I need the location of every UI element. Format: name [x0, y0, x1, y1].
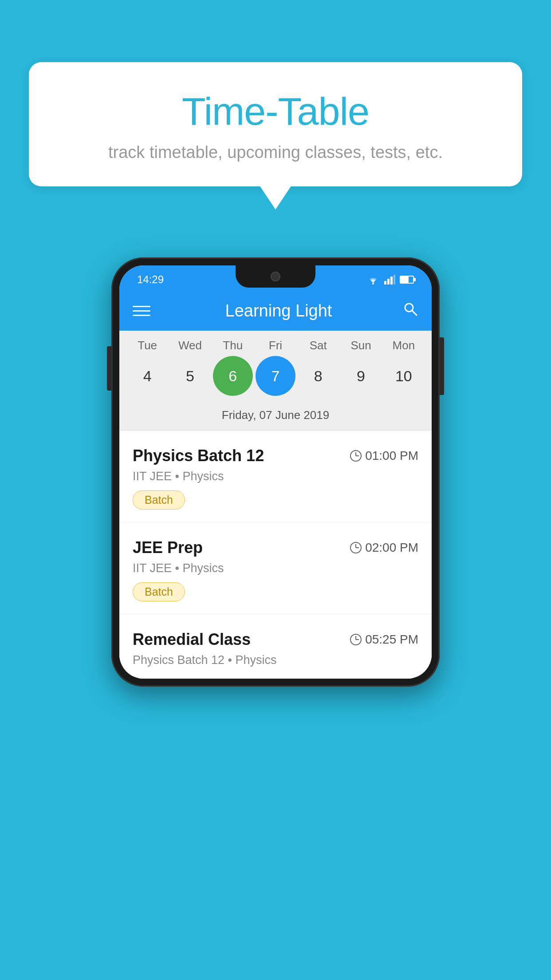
day-header-fri: Fri [256, 339, 295, 352]
app-header-title: Learning Light [155, 301, 402, 320]
day-8[interactable]: 8 [298, 356, 338, 396]
schedule-item-2[interactable]: JEE Prep 02:00 PM IIT JEE • Physics Batc… [119, 522, 432, 614]
schedule-item-2-title: JEE Prep [133, 538, 203, 557]
svg-rect-3 [390, 277, 393, 285]
schedule-item-3[interactable]: Remedial Class 05:25 PM Physics Batch 12… [119, 614, 432, 679]
schedule-item-3-header: Remedial Class 05:25 PM [133, 630, 418, 649]
schedule-item-2-time: 02:00 PM [350, 541, 418, 555]
app-title-heading: Time-Table [51, 89, 500, 134]
day-header-thu: Thu [213, 339, 253, 352]
clock-icon-1 [350, 450, 362, 462]
search-button[interactable] [402, 301, 418, 321]
wifi-icon [366, 275, 380, 285]
calendar-strip: Tue Wed Thu Fri Sat Sun Mon 4 5 6 7 8 9 … [119, 331, 432, 431]
schedule-item-1-header: Physics Batch 12 01:00 PM [133, 447, 418, 465]
status-time: 14:29 [137, 273, 164, 286]
svg-rect-4 [394, 275, 395, 285]
phone-screen: 14:29 [119, 265, 432, 679]
schedule-item-2-subtitle: IIT JEE • Physics [133, 561, 418, 575]
day-header-wed: Wed [170, 339, 210, 352]
day-headers: Tue Wed Thu Fri Sat Sun Mon [119, 339, 432, 352]
day-4[interactable]: 4 [127, 356, 167, 396]
day-header-sat: Sat [298, 339, 338, 352]
day-5[interactable]: 5 [170, 356, 210, 396]
day-numbers: 4 5 6 7 8 9 10 [119, 352, 432, 404]
svg-point-0 [372, 283, 374, 285]
svg-rect-1 [384, 281, 386, 285]
schedule-item-3-time-text: 05:25 PM [365, 632, 418, 647]
schedule-item-1-time-text: 01:00 PM [365, 449, 418, 463]
schedule-item-3-title: Remedial Class [133, 630, 251, 649]
speech-bubble-container: Time-Table track timetable, upcoming cla… [29, 62, 522, 186]
speech-bubble: Time-Table track timetable, upcoming cla… [29, 62, 522, 186]
phone-frame: 14:29 [111, 257, 440, 687]
clock-icon-2 [350, 542, 362, 553]
schedule-item-1-subtitle: IIT JEE • Physics [133, 470, 418, 483]
svg-rect-2 [387, 279, 390, 285]
menu-icon[interactable] [133, 306, 150, 316]
day-header-sun: Sun [341, 339, 381, 352]
clock-icon-3 [350, 634, 362, 645]
app-header: Learning Light [119, 291, 432, 331]
schedule-item-3-subtitle: Physics Batch 12 • Physics [133, 653, 418, 667]
schedule-item-2-tag: Batch [133, 582, 185, 601]
schedule-item-2-time-text: 02:00 PM [365, 541, 418, 555]
schedule-item-2-header: JEE Prep 02:00 PM [133, 538, 418, 557]
svg-line-6 [412, 311, 417, 315]
app-subtitle: track timetable, upcoming classes, tests… [51, 143, 500, 162]
signal-icon [384, 275, 395, 285]
camera-dot [271, 272, 280, 281]
schedule-item-1-title: Physics Batch 12 [133, 447, 264, 465]
day-header-tue: Tue [127, 339, 167, 352]
day-9[interactable]: 9 [341, 356, 381, 396]
schedule-item-3-time: 05:25 PM [350, 632, 418, 647]
battery-icon [400, 276, 414, 284]
status-icons [366, 275, 414, 285]
day-header-mon: Mon [384, 339, 424, 352]
day-7-selected[interactable]: 7 [256, 356, 295, 396]
selected-date-label: Friday, 07 June 2019 [119, 404, 432, 431]
schedule-item-1-tag: Batch [133, 490, 185, 510]
phone-container: 14:29 [111, 257, 440, 687]
schedule-item-1-time: 01:00 PM [350, 449, 418, 463]
day-10[interactable]: 10 [384, 356, 424, 396]
schedule-item-1[interactable]: Physics Batch 12 01:00 PM IIT JEE • Phys… [119, 431, 432, 522]
phone-notch [236, 265, 315, 288]
schedule-list: Physics Batch 12 01:00 PM IIT JEE • Phys… [119, 431, 432, 679]
day-6-today[interactable]: 6 [213, 356, 253, 396]
